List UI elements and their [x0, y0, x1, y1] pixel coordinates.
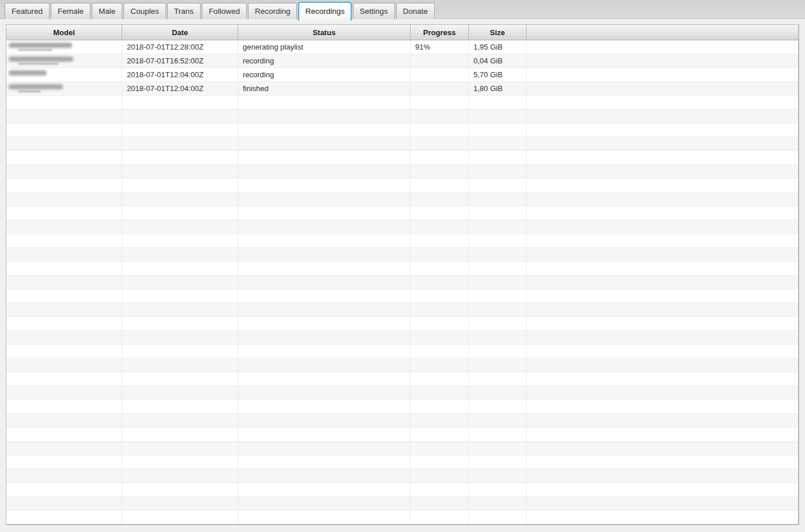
table-row[interactable]: 2018-07-01T12:04:00Zrecording5,70 GiB	[6, 68, 798, 82]
tab-donate[interactable]: Donate	[396, 3, 435, 19]
cell-size	[469, 276, 526, 289]
table-row-empty[interactable]	[6, 511, 798, 525]
table-row[interactable]: 2018-07-01T12:28:00Zgenerating playlist9…	[6, 40, 798, 54]
table-row[interactable]: 2018-07-01T12:04:00Zfinished1,80 GiB	[6, 82, 798, 96]
table-row-empty[interactable]	[6, 372, 798, 386]
cell-progress	[411, 303, 469, 316]
cell-model	[6, 220, 122, 233]
cell-status	[238, 276, 411, 289]
column-header-date[interactable]: Date	[122, 25, 238, 40]
tab-recording[interactable]: Recording	[248, 3, 298, 19]
table-body: 2018-07-01T12:28:00Zgenerating playlist9…	[6, 40, 798, 525]
table-row-empty[interactable]	[6, 414, 798, 428]
cell-progress	[411, 123, 469, 137]
cell-status	[238, 193, 411, 206]
cell-size	[469, 511, 526, 524]
table-row-empty[interactable]	[6, 469, 798, 483]
cell-date	[122, 345, 238, 358]
tab-trans[interactable]: Trans	[167, 3, 201, 19]
table-row-empty[interactable]	[6, 165, 798, 179]
table-row-empty[interactable]	[6, 317, 798, 331]
table-row-empty[interactable]	[6, 331, 798, 345]
recordings-table: Model Date Status Progress Size 2018-07-…	[6, 24, 799, 525]
table-row-empty[interactable]	[6, 428, 798, 442]
table-row-empty[interactable]	[6, 193, 798, 206]
cell-status	[238, 110, 411, 123]
column-header-status[interactable]: Status	[238, 25, 411, 40]
cell-progress	[411, 179, 469, 192]
cell-size: 1,80 GiB	[469, 82, 526, 95]
table-row-empty[interactable]	[6, 123, 798, 137]
cell-size	[469, 442, 526, 455]
cell-size	[469, 386, 526, 399]
table-row-empty[interactable]	[6, 276, 798, 289]
tab-female[interactable]: Female	[51, 3, 91, 19]
cell-progress	[411, 262, 469, 275]
cell-status	[238, 331, 411, 344]
cell-extra	[526, 40, 798, 54]
table-row-empty[interactable]	[6, 359, 798, 372]
cell-status	[238, 206, 411, 220]
cell-date	[122, 179, 238, 192]
cell-size	[469, 137, 526, 150]
cell-status: generating playlist	[238, 40, 411, 54]
table-row-empty[interactable]	[6, 248, 798, 262]
tab-recordings[interactable]: Recordings	[298, 2, 351, 21]
cell-size	[469, 262, 526, 275]
table-row-empty[interactable]	[6, 220, 798, 234]
cell-model	[6, 511, 122, 524]
table-row-empty[interactable]	[6, 483, 798, 497]
cell-extra	[526, 359, 798, 372]
cell-model	[6, 303, 122, 316]
table-row-empty[interactable]	[6, 234, 798, 248]
cell-model	[6, 276, 122, 289]
table-row-empty[interactable]	[6, 289, 798, 303]
cell-model	[6, 289, 122, 303]
table-row-empty[interactable]	[6, 151, 798, 165]
cell-progress	[411, 511, 469, 524]
table-row-empty[interactable]	[6, 442, 798, 455]
column-header-model[interactable]: Model	[6, 25, 122, 40]
tab-followed[interactable]: Followed	[202, 3, 247, 19]
tab-featured[interactable]: Featured	[5, 3, 50, 19]
cell-model	[6, 179, 122, 192]
cell-model	[6, 262, 122, 275]
cell-status	[238, 303, 411, 316]
table-row-empty[interactable]	[6, 497, 798, 511]
cell-extra	[526, 497, 798, 510]
table-row-empty[interactable]	[6, 179, 798, 193]
cell-date	[122, 206, 238, 220]
cell-extra	[526, 469, 798, 482]
cell-date	[122, 359, 238, 372]
cell-date	[122, 317, 238, 330]
table-row-empty[interactable]	[6, 137, 798, 151]
cell-extra	[526, 110, 798, 123]
cell-date	[122, 303, 238, 316]
cell-extra	[526, 511, 798, 524]
cell-model	[6, 331, 122, 344]
tab-male[interactable]: Male	[92, 3, 122, 19]
column-header-progress[interactable]: Progress	[411, 25, 469, 40]
cell-date	[122, 248, 238, 261]
cell-progress	[411, 442, 469, 455]
table-row-empty[interactable]	[6, 96, 798, 110]
table-row[interactable]: 2018-07-01T16:52:00Zrecording0,04 GiB	[6, 54, 798, 68]
cell-status: finished	[238, 82, 411, 95]
tab-settings[interactable]: Settings	[353, 3, 395, 19]
column-header-extra[interactable]	[526, 25, 798, 40]
cell-date	[122, 165, 238, 178]
table-row-empty[interactable]	[6, 400, 798, 414]
cell-status	[238, 372, 411, 386]
table-row-empty[interactable]	[6, 110, 798, 123]
tab-couples[interactable]: Couples	[123, 3, 166, 19]
table-row-empty[interactable]	[6, 345, 798, 359]
column-header-size[interactable]: Size	[469, 25, 526, 40]
table-row-empty[interactable]	[6, 262, 798, 276]
table-row-empty[interactable]	[6, 206, 798, 220]
cell-status	[238, 442, 411, 455]
cell-progress	[411, 483, 469, 496]
table-row-empty[interactable]	[6, 386, 798, 400]
table-row-empty[interactable]	[6, 455, 798, 469]
table-row-empty[interactable]	[6, 303, 798, 317]
cell-date	[122, 483, 238, 496]
